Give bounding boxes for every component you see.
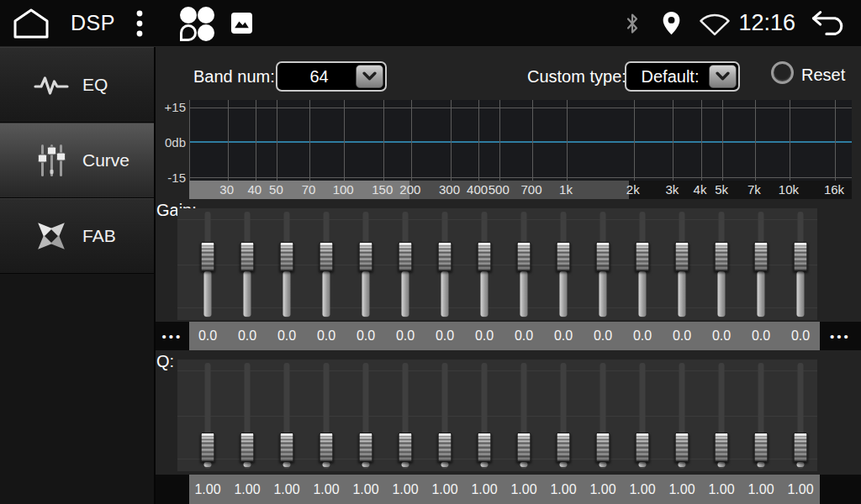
slider-thumb[interactable]	[240, 433, 255, 462]
q-more-right-button[interactable]	[820, 475, 861, 504]
slider-thumb[interactable]	[478, 433, 492, 462]
slider-thumb[interactable]	[201, 433, 215, 462]
reset-label: Reset	[801, 65, 845, 85]
q-band-slider[interactable]	[623, 363, 662, 469]
slider-thumb[interactable]	[715, 433, 729, 462]
q-band-slider[interactable]	[584, 363, 622, 469]
gain-band-slider[interactable]	[307, 212, 346, 318]
band-num-dropdown-button[interactable]	[356, 65, 383, 88]
gain-band-slider[interactable]	[504, 212, 543, 318]
slider-thumb[interactable]	[596, 433, 610, 462]
reset-radio[interactable]	[771, 61, 794, 84]
slider-thumb[interactable]	[596, 242, 610, 271]
q-band-slider[interactable]	[663, 363, 701, 469]
gain-band-slider[interactable]	[544, 212, 583, 318]
slider-fill	[758, 271, 765, 317]
slider-thumb[interactable]	[359, 242, 373, 271]
slider-thumb[interactable]	[399, 433, 413, 462]
slider-fill	[758, 462, 765, 467]
gain-band-slider[interactable]	[663, 212, 701, 318]
q-band-slider[interactable]	[504, 363, 543, 469]
gain-more-left-button[interactable]: •••	[156, 322, 189, 350]
slider-thumb[interactable]	[201, 242, 215, 271]
x-tick-label: 70	[302, 182, 316, 197]
sidebar-item-eq[interactable]: EQ	[0, 47, 154, 123]
q-more-left-button[interactable]	[156, 475, 189, 504]
slider-fill	[362, 462, 370, 467]
slider-thumb[interactable]	[715, 242, 729, 271]
slider-thumb[interactable]	[794, 433, 808, 462]
gain-more-right-button[interactable]: •••	[820, 322, 861, 350]
apps-icon[interactable]	[177, 5, 214, 42]
slider-thumb[interactable]	[754, 433, 769, 462]
gain-band-slider[interactable]	[425, 212, 464, 318]
gain-band-slider[interactable]	[386, 212, 425, 318]
slider-thumb[interactable]	[320, 433, 334, 462]
slider-thumb[interactable]	[438, 242, 452, 271]
gain-band-slider[interactable]	[465, 212, 504, 318]
gain-value-strip: 0.00.00.00.00.00.00.00.00.00.00.00.00.00…	[189, 322, 820, 350]
sidebar-item-curve[interactable]: Curve	[0, 123, 154, 198]
gain-value: 0.0	[465, 322, 504, 350]
gain-band-slider[interactable]	[584, 212, 622, 318]
gain-band-slider[interactable]	[188, 212, 227, 318]
gain-band-slider[interactable]	[781, 212, 820, 318]
q-band-slider[interactable]	[425, 363, 464, 469]
slider-fill	[204, 271, 212, 317]
slider-thumb[interactable]	[320, 242, 334, 271]
response-curve	[190, 141, 852, 143]
gridline-v	[256, 100, 256, 181]
q-band-slider[interactable]	[702, 363, 741, 469]
gain-band-slider[interactable]	[228, 212, 267, 318]
back-icon[interactable]	[809, 10, 849, 36]
gain-value: 0.0	[386, 322, 425, 350]
q-band-slider[interactable]	[346, 363, 385, 469]
gridline-v	[790, 100, 790, 181]
kebab-menu-icon[interactable]	[135, 9, 144, 38]
home-icon[interactable]	[12, 8, 50, 39]
q-band-slider[interactable]	[228, 363, 267, 469]
slider-thumb[interactable]	[517, 433, 531, 462]
gain-band-slider[interactable]	[623, 212, 662, 318]
slider-thumb[interactable]	[438, 433, 452, 462]
slider-thumb[interactable]	[280, 433, 294, 462]
slider-thumb[interactable]	[675, 242, 689, 271]
slider-thumb[interactable]	[359, 433, 373, 462]
q-band-slider[interactable]	[267, 363, 306, 469]
gain-band-slider[interactable]	[346, 212, 385, 318]
slider-thumb[interactable]	[754, 242, 769, 271]
q-band-slider[interactable]	[188, 363, 227, 469]
q-band-slider[interactable]	[781, 363, 820, 469]
slider-thumb[interactable]	[240, 242, 255, 271]
gain-band-slider[interactable]	[742, 212, 780, 318]
custom-type-select[interactable]: Default:	[625, 61, 740, 92]
slider-thumb[interactable]	[636, 242, 650, 271]
q-band-slider[interactable]	[544, 363, 583, 469]
slider-thumb[interactable]	[517, 242, 531, 271]
slider-thumb[interactable]	[478, 242, 492, 271]
gallery-icon[interactable]	[231, 13, 252, 34]
q-value: 1.00	[346, 475, 385, 504]
slider-thumb[interactable]	[675, 433, 689, 462]
slider-thumb[interactable]	[557, 433, 571, 462]
q-band-slider[interactable]	[307, 363, 346, 469]
slider-thumb[interactable]	[280, 242, 294, 271]
slider-fill	[481, 462, 489, 467]
slider-thumb[interactable]	[399, 242, 413, 271]
x-tick-label: 100	[333, 182, 354, 197]
slider-thumb[interactable]	[794, 242, 808, 271]
q-band-slider[interactable]	[742, 363, 780, 469]
custom-type-dropdown-button[interactable]	[709, 65, 737, 88]
sidebar-item-fab[interactable]: FAB	[0, 198, 154, 274]
band-num-label: Band num:	[193, 66, 275, 87]
gain-band-slider[interactable]	[267, 212, 306, 318]
band-num-select[interactable]: 64	[276, 61, 387, 92]
x-tick-label: 200	[399, 182, 420, 197]
q-value: 1.00	[663, 475, 701, 504]
gain-value: 0.0	[228, 322, 267, 350]
q-band-slider[interactable]	[386, 363, 425, 469]
slider-thumb[interactable]	[557, 242, 571, 271]
gain-band-slider[interactable]	[702, 212, 741, 318]
slider-thumb[interactable]	[636, 433, 650, 462]
q-band-slider[interactable]	[465, 363, 504, 469]
